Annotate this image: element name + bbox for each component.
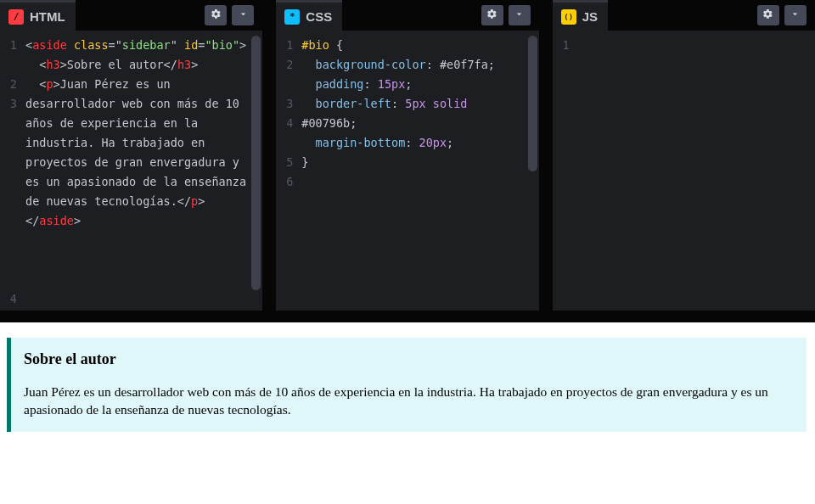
css-scrollbar[interactable] [528, 36, 537, 171]
css-editor[interactable]: 1 2 3 4 5 6 #bio { background-color: #e0… [276, 31, 538, 311]
js-gutter: 1 [553, 36, 578, 311]
gear-icon [486, 8, 497, 22]
js-editor[interactable]: 1 [553, 31, 815, 311]
html-settings-button[interactable] [205, 5, 227, 25]
html-code: <aside class="sidebar" id="bio"> <h3>Sob… [25, 36, 262, 311]
css-collapse-button[interactable] [509, 5, 531, 25]
html-gutter: 1 2 3 4 [0, 36, 25, 311]
gear-icon [762, 8, 773, 22]
html-panel: / HTML 1 2 3 4 <aside class="sidebar" id… [0, 0, 262, 311]
chevron-down-icon [238, 8, 249, 22]
css-icon: * [284, 9, 300, 25]
chevron-down-icon [790, 8, 801, 22]
css-gutter: 1 2 3 4 5 6 [276, 36, 301, 311]
editor-row: / HTML 1 2 3 4 <aside class="sidebar" id… [0, 0, 815, 322]
gear-icon [211, 8, 222, 22]
js-icon: () [561, 9, 576, 25]
css-panel: * CSS 1 2 3 4 5 6 #bio { backgroun [276, 0, 538, 311]
js-collapse-button[interactable] [784, 5, 807, 25]
js-settings-button[interactable] [757, 5, 779, 25]
html-scrollbar[interactable] [251, 36, 261, 290]
bio-aside: Sobre el autor Juan Pérez es un desarrol… [7, 338, 807, 432]
css-tab-label: CSS [306, 9, 332, 24]
bio-heading: Sobre el autor [24, 350, 794, 368]
js-panel-header: () JS [553, 0, 815, 31]
html-editor[interactable]: 1 2 3 4 <aside class="sidebar" id="bio">… [0, 31, 262, 311]
chevron-down-icon [514, 8, 525, 22]
css-code: #bio { background-color: #e0f7fa; paddin… [301, 36, 538, 311]
html-panel-header: / HTML [0, 0, 262, 31]
css-tab[interactable]: * CSS [276, 0, 342, 31]
bio-paragraph: Juan Pérez es un desarrollador web con m… [24, 384, 794, 419]
html-collapse-button[interactable] [232, 5, 254, 25]
preview-pane: Sobre el autor Juan Pérez es un desarrol… [0, 322, 815, 504]
html-icon: / [8, 9, 24, 25]
css-settings-button[interactable] [481, 5, 503, 25]
js-tab[interactable]: () JS [553, 0, 608, 31]
html-tab[interactable]: / HTML [0, 0, 76, 31]
js-tab-label: JS [582, 9, 598, 24]
js-panel: () JS 1 [553, 0, 815, 311]
css-panel-header: * CSS [276, 0, 538, 31]
js-code [578, 36, 815, 311]
html-tab-label: HTML [30, 9, 65, 24]
